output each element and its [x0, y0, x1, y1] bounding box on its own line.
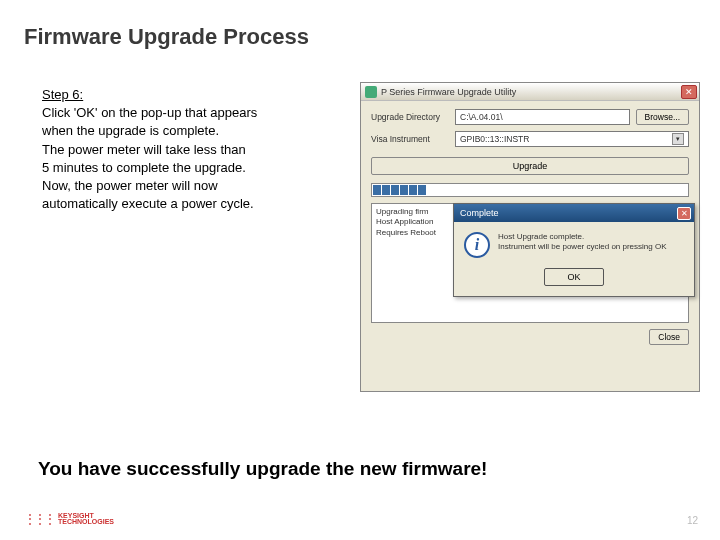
upgrade-button[interactable]: Upgrade: [371, 157, 689, 175]
step-line: Now, the power meter will now: [42, 178, 218, 193]
step-label: Step 6:: [42, 87, 83, 102]
step-line: 5 minutes to complete the upgrade.: [42, 160, 246, 175]
progress-bar: [371, 183, 689, 197]
page-number: 12: [687, 515, 698, 526]
step-line: when the upgrade is complete.: [42, 123, 219, 138]
ok-button[interactable]: OK: [544, 268, 604, 286]
step-instructions: Step 6: Click 'OK' on the pop-up that ap…: [42, 86, 342, 213]
upgrade-dir-field[interactable]: C:\A.04.01\: [455, 109, 630, 125]
window-title: P Series Firmware Upgrade Utility: [381, 87, 681, 97]
titlebar: P Series Firmware Upgrade Utility ✕: [361, 83, 699, 101]
dialog-titlebar: Complete ✕: [454, 204, 694, 222]
close-icon[interactable]: ✕: [677, 207, 691, 220]
upgrade-dir-value: C:\A.04.01\: [460, 112, 503, 122]
chevron-down-icon[interactable]: ▾: [672, 133, 684, 145]
brand-wave-icon: ⋮⋮⋮: [24, 512, 54, 526]
success-message: You have successfully upgrade the new fi…: [38, 458, 487, 480]
close-icon[interactable]: ✕: [681, 85, 697, 99]
visa-field[interactable]: GPIB0::13::INSTR ▾: [455, 131, 689, 147]
upgrade-dir-label: Upgrade Directory: [371, 112, 449, 122]
dialog-line: Instrument will be power cycled on press…: [498, 242, 667, 252]
app-icon: [365, 86, 377, 98]
step-line: automatically execute a power cycle.: [42, 196, 254, 211]
dialog-message: Host Upgrade complete. Instrument will b…: [498, 232, 667, 258]
step-line: Click 'OK' on the pop-up that appears: [42, 105, 257, 120]
complete-dialog: Complete ✕ i Host Upgrade complete. Inst…: [453, 203, 695, 297]
browse-button[interactable]: Browse...: [636, 109, 689, 125]
step-line: The power meter will take less than: [42, 142, 246, 157]
utility-window: P Series Firmware Upgrade Utility ✕ Upgr…: [360, 82, 700, 392]
info-icon: i: [464, 232, 490, 258]
close-button[interactable]: Close: [649, 329, 689, 345]
dialog-line: Host Upgrade complete.: [498, 232, 667, 242]
visa-value: GPIB0::13::INSTR: [460, 134, 529, 144]
dialog-title: Complete: [460, 208, 677, 218]
slide-title: Firmware Upgrade Process: [24, 24, 309, 50]
brand-sub: TECHNOLOGIES: [58, 519, 114, 525]
brand-logo: ⋮⋮⋮ KEYSIGHT TECHNOLOGIES: [24, 512, 114, 526]
visa-label: Visa Instrument: [371, 134, 449, 144]
